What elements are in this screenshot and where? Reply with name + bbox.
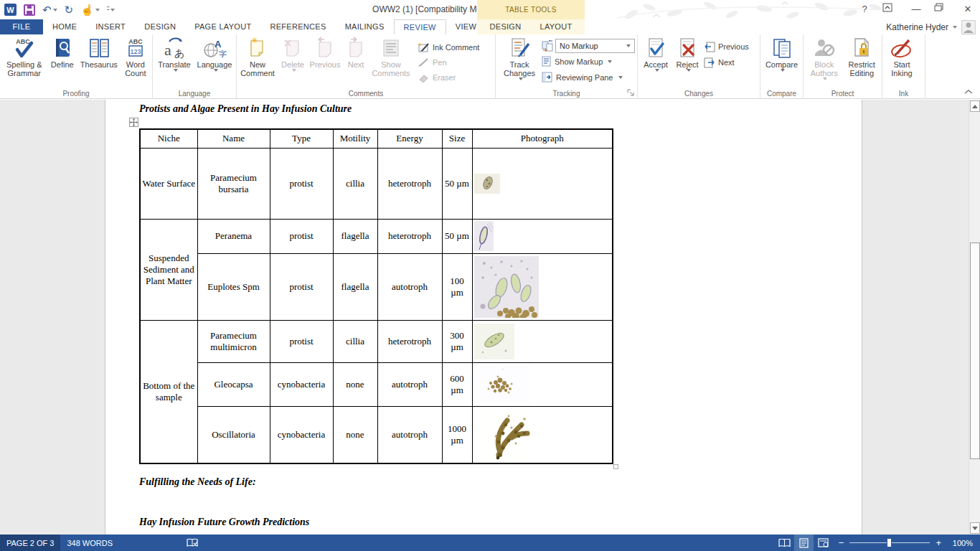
reject-button[interactable]: Reject (672, 35, 702, 88)
scroll-down-button[interactable] (970, 522, 980, 534)
table-move-handle-icon[interactable] (129, 118, 138, 127)
cell-photo[interactable] (472, 320, 613, 362)
cell-type[interactable]: cynobacteria (270, 362, 333, 406)
compare-button[interactable]: Compare (762, 35, 801, 88)
cell-motility[interactable]: cillia (333, 320, 377, 362)
translate-button[interactable]: aあ Translate (154, 35, 194, 88)
web-layout-button[interactable] (814, 534, 833, 551)
header-name[interactable]: Name (197, 129, 270, 148)
customize-qat-icon[interactable]: ⸚ (107, 6, 115, 14)
word-logo-icon[interactable]: W (4, 4, 17, 16)
niche-water-surface[interactable]: Water Surface (140, 148, 197, 219)
define-button[interactable]: Define (47, 35, 77, 88)
scroll-up-button[interactable] (970, 100, 980, 112)
previous-comment-button[interactable]: Previous (308, 35, 341, 88)
cell-name[interactable]: Paramecium multimicron (197, 320, 270, 362)
ribbon-display-options-icon[interactable] (882, 3, 898, 16)
cell-size[interactable]: 600 µm (442, 362, 472, 406)
photo-paramecium-multimicron[interactable] (474, 324, 514, 359)
save-icon[interactable] (24, 4, 35, 16)
doc-heading[interactable]: Protists and Algae Present in Hay Infusi… (139, 103, 352, 115)
zoom-percentage[interactable]: 100% (947, 539, 973, 547)
cell-energy[interactable]: heterotroph (377, 219, 442, 253)
accept-button[interactable]: Accept (639, 35, 672, 88)
cell-energy[interactable]: autotroph (377, 406, 442, 463)
header-size[interactable]: Size (442, 129, 472, 148)
cell-energy[interactable]: heterotroph (377, 320, 442, 362)
cell-size[interactable]: 100 µm (442, 253, 472, 320)
cell-photo[interactable] (472, 253, 613, 320)
user-area[interactable]: Katherine Hyder (886, 19, 976, 34)
block-authors-button[interactable]: Block Authors (805, 35, 843, 88)
word-count-button[interactable]: ABC123 Word Count (121, 35, 151, 88)
thesaurus-button[interactable]: Thesaurus (77, 35, 121, 88)
doc-subheading-predictions[interactable]: Hay Infusion Future Growth Predictions (139, 517, 309, 528)
combo-caret-icon[interactable] (623, 39, 634, 52)
minimize-icon[interactable]: — (908, 3, 924, 16)
show-markup-button[interactable]: Show Markup (542, 54, 635, 69)
cell-photo[interactable] (472, 148, 613, 219)
language-button[interactable]: A字 Language (194, 35, 235, 88)
zoom-slider[interactable]: − + (839, 534, 941, 551)
restore-icon[interactable] (934, 3, 950, 16)
table-resize-handle[interactable] (613, 464, 618, 469)
cell-type[interactable]: protist (270, 219, 333, 253)
help-icon[interactable]: ? (857, 3, 872, 16)
header-niche[interactable]: Niche (140, 129, 197, 148)
cell-photo[interactable]: ·· (472, 362, 613, 406)
photo-oscillatoria[interactable] (474, 409, 532, 460)
header-energy[interactable]: Energy (377, 129, 442, 148)
cell-type[interactable]: protist (270, 148, 333, 219)
doc-subheading-needs[interactable]: Fulfilling the Needs of Life: (139, 476, 256, 488)
avatar[interactable] (961, 20, 976, 34)
header-photograph[interactable]: Photograph (472, 129, 613, 148)
photo-euplotes[interactable] (474, 256, 539, 318)
reviewing-pane-button[interactable]: Reviewing Pane (542, 70, 635, 85)
cell-size[interactable]: 1000 µm (442, 406, 472, 463)
next-change-button[interactable]: Next (704, 57, 757, 68)
cell-name[interactable]: Euplotes Spm (197, 253, 270, 320)
proofing-status-icon[interactable] (180, 534, 204, 551)
cell-energy[interactable]: autotroph (377, 362, 442, 406)
document-page[interactable]: Protists and Algae Present in Hay Infusi… (105, 100, 862, 534)
display-for-review-combobox[interactable]: No Markup (555, 39, 635, 53)
cell-name[interactable]: Paramecium bursaria (197, 148, 270, 219)
undo-icon[interactable]: ↶ (42, 4, 57, 17)
zoom-slider-handle[interactable] (887, 538, 892, 547)
ink-comment-button[interactable]: ✦ Ink Comment (418, 39, 491, 55)
next-comment-button[interactable]: Next (341, 35, 370, 88)
cell-name[interactable]: Oscillatoria (197, 406, 270, 463)
tab-table-layout[interactable]: LAYOUT (530, 19, 581, 34)
close-icon[interactable]: ✕ (960, 3, 976, 16)
cell-size[interactable]: 300 µm (442, 320, 472, 362)
cell-size[interactable]: 50 µm (442, 148, 472, 219)
cell-name[interactable]: Peranema (197, 219, 270, 253)
spelling-grammar-button[interactable]: ABC Spelling & Grammar (1, 35, 47, 88)
print-layout-button[interactable] (794, 534, 814, 551)
cell-type[interactable]: protist (270, 253, 333, 320)
delete-comment-button[interactable]: Delete (277, 35, 308, 88)
tab-table-design[interactable]: DESIGN (481, 19, 531, 34)
pen-button[interactable]: Pen (418, 55, 491, 70)
track-changes-button[interactable]: Track Changes (497, 35, 542, 88)
specimen-table[interactable]: Niche Name Type Motility Energy Size Pho… (139, 128, 613, 464)
vertical-scrollbar[interactable] (969, 100, 980, 534)
tab-review[interactable]: REVIEW (394, 19, 446, 34)
cell-motility[interactable]: none (333, 362, 377, 406)
cell-name[interactable]: Gleocapsa (197, 362, 270, 406)
tab-home[interactable]: HOME (43, 19, 86, 34)
photo-paramecium-bursaria[interactable] (474, 174, 500, 194)
cell-photo[interactable] (472, 219, 613, 253)
new-comment-button[interactable]: ✳ New Comment (238, 35, 277, 88)
page-indicator[interactable]: PAGE 2 OF 3 (0, 534, 60, 551)
cell-motility[interactable]: flagella (333, 219, 377, 253)
cell-type[interactable]: protist (270, 320, 333, 362)
header-type[interactable]: Type (270, 129, 333, 148)
collapse-ribbon-icon[interactable] (964, 89, 973, 95)
tab-references[interactable]: REFERENCES (260, 19, 335, 34)
cell-energy[interactable]: heterotroph (377, 148, 442, 219)
tab-file[interactable]: FILE (0, 19, 43, 34)
cell-energy[interactable]: autotroph (377, 253, 442, 320)
start-inking-button[interactable]: Start Inking (884, 35, 920, 88)
restrict-editing-button[interactable]: Restrict Editing (843, 35, 880, 88)
